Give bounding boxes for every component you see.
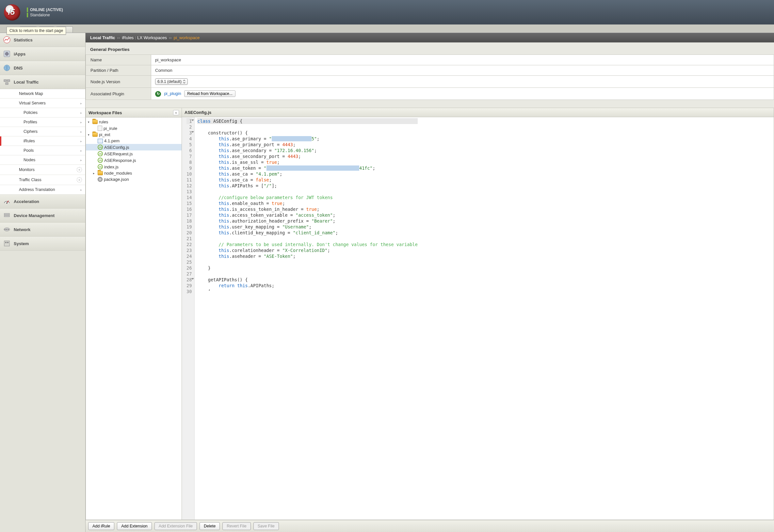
chevron-right-icon: ▸: [80, 130, 82, 133]
sidebar-sub-profiles[interactable]: Profiles▸: [0, 117, 85, 127]
chevron-right-icon: ▸: [80, 149, 82, 152]
accel-icon: [3, 198, 10, 205]
tree-item-pi_ext[interactable]: ▾pi_ext: [86, 132, 182, 138]
sidebar-item-device-management[interactable]: Device Management: [0, 209, 85, 223]
f5-logo[interactable]: [4, 4, 20, 21]
sidebar-sub-nodes[interactable]: Nodes▸: [0, 155, 85, 165]
add-extension-button[interactable]: Add Extension: [117, 522, 152, 530]
sidebar-sub-pools[interactable]: Pools▸: [0, 146, 85, 155]
prop-plugin-label: Associated Plugin: [86, 88, 151, 100]
chevron-right-icon: ▸: [80, 158, 82, 162]
properties-table: Name pi_workspace Partition / Path Commo…: [86, 55, 774, 100]
add-irule-button[interactable]: Add iRule: [88, 522, 114, 530]
folder-icon: [92, 133, 98, 137]
delete-button[interactable]: Delete: [199, 522, 220, 530]
reload-button[interactable]: Reload from Workspace...: [184, 90, 235, 97]
start-page-tooltip: Click to return to the start page: [7, 27, 66, 35]
tree-item-rules[interactable]: ▾rules: [86, 119, 182, 125]
sys-icon: [3, 240, 10, 247]
tree-item-4-1-pem[interactable]: 4.1.pem: [86, 138, 182, 144]
folder-icon: [98, 171, 103, 175]
sidebar: StatisticsiAppsDNSLocal TrafficNetwork M…: [0, 33, 86, 532]
collapse-icon[interactable]: «: [173, 110, 179, 115]
svg-rect-13: [8, 229, 9, 230]
tree-item-package-json[interactable]: package.json: [86, 176, 182, 182]
sidebar-sub-traffic-class[interactable]: Traffic Class+: [0, 175, 85, 185]
bottom-toolbar: Add iRule Add Extension Add Extension Fi…: [86, 520, 774, 532]
net-icon: [3, 226, 10, 233]
svg-rect-6: [6, 83, 8, 85]
svg-rect-15: [5, 242, 7, 243]
crumb-lx-workspaces[interactable]: iRules : LX Workspaces: [122, 35, 167, 40]
plus-icon[interactable]: +: [77, 167, 82, 172]
tree-item-ASERequest-js[interactable]: JSASERequest.js: [86, 150, 182, 157]
sidebar-item-dns[interactable]: DNS: [0, 61, 85, 75]
breadcrumb: Local Traffic ›› iRules : LX Workspaces …: [86, 33, 774, 42]
chevron-right-icon: ▸: [80, 111, 82, 115]
sidebar-sub-network-map[interactable]: Network Map: [0, 89, 85, 99]
gear-icon: [98, 177, 103, 182]
svg-rect-14: [4, 241, 9, 246]
editor-filename: ASEConfig.js: [184, 110, 211, 115]
js-icon: JS: [98, 158, 103, 163]
svg-rect-12: [6, 229, 7, 230]
svg-rect-4: [4, 80, 7, 82]
svg-rect-5: [7, 80, 10, 82]
workspace-files-title: Workspace Files: [88, 110, 122, 115]
prop-plugin-value: ↻ pi_plugin Reload from Workspace...: [151, 88, 774, 100]
save-file-button[interactable]: Save File: [253, 522, 279, 530]
general-properties-title: General Properties: [86, 42, 774, 55]
js-icon: JS: [98, 164, 103, 169]
sidebar-item-iapps[interactable]: iApps: [0, 47, 85, 61]
sidebar-sub-policies[interactable]: Policies▸: [0, 108, 85, 117]
svg-point-2: [5, 52, 8, 55]
node-version-select[interactable]: 6.9.1 (default): [155, 78, 188, 85]
sidebar-item-local-traffic[interactable]: Local Traffic: [0, 75, 85, 89]
add-extension-file-button[interactable]: Add Extension File: [154, 522, 197, 530]
crumb-current: pi_workspace: [174, 35, 200, 40]
js-icon: JS: [98, 151, 103, 156]
tree-item-pi_irule[interactable]: pi_irule: [86, 125, 182, 132]
sidebar-item-network[interactable]: Network: [0, 223, 85, 237]
chevron-right-icon: ▸: [80, 139, 82, 143]
sidebar-item-statistics[interactable]: Statistics: [0, 33, 85, 47]
folder-icon: [92, 120, 98, 124]
updown-icon: [183, 80, 185, 84]
tree-item-node_modules[interactable]: ▸node_modules: [86, 170, 182, 176]
tabs-row: [0, 24, 774, 33]
svg-point-7: [6, 202, 8, 204]
crumb-local-traffic[interactable]: Local Traffic: [90, 35, 115, 40]
lt-icon: [3, 78, 10, 86]
sidebar-sub-virtual-servers[interactable]: Virtual Servers▸: [0, 99, 85, 108]
prop-nodever-value: 6.9.1 (default): [151, 76, 774, 88]
prop-nodever-label: Node.js Version: [86, 76, 151, 88]
sidebar-sub-address-translation[interactable]: Address Translation▸: [0, 185, 85, 195]
sidebar-sub-ciphers[interactable]: Ciphers▸: [0, 127, 85, 136]
plus-icon[interactable]: +: [77, 177, 82, 182]
chevron-right-icon: ▸: [80, 120, 82, 124]
plugin-icon: ↻: [155, 91, 161, 97]
tree-item-index-js[interactable]: JSindex.js: [86, 164, 182, 170]
code-editor[interactable]: 1234567891011121314151617181920212223242…: [182, 117, 774, 520]
svg-rect-8: [4, 213, 9, 215]
tree-item-ASEResponse-js[interactable]: JSASEResponse.js: [86, 157, 182, 164]
prop-name-value: pi_workspace: [151, 55, 774, 65]
tree-item-ASEConfig-js[interactable]: JSASEConfig.js: [86, 144, 182, 150]
prop-partition-label: Partition / Path: [86, 65, 151, 76]
irule-icon: [98, 126, 102, 131]
revert-file-button[interactable]: Revert File: [222, 522, 250, 530]
svg-rect-16: [7, 242, 8, 243]
sidebar-item-acceleration[interactable]: Acceleration: [0, 195, 85, 209]
chevron-right-icon: ▸: [80, 102, 82, 105]
dev-icon: [3, 212, 10, 219]
status-block: ONLINE (ACTIVE) Standalone: [27, 7, 63, 18]
chevron-right-icon: ▸: [80, 188, 82, 192]
iapps-icon: [3, 50, 10, 57]
plugin-link[interactable]: pi_plugin: [164, 91, 181, 96]
svg-rect-11: [5, 229, 6, 230]
sidebar-item-system[interactable]: System: [0, 237, 85, 251]
sidebar-sub-irules[interactable]: iRules▸: [0, 136, 85, 146]
editor-pane: ASEConfig.js 123456789101112131415161718…: [182, 108, 774, 520]
cert-icon: [98, 139, 103, 143]
sidebar-sub-monitors[interactable]: Monitors+: [0, 165, 85, 175]
